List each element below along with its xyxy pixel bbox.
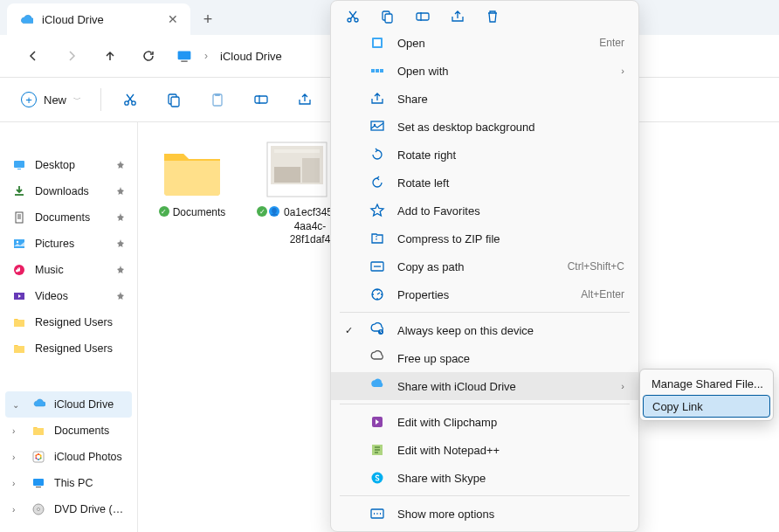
rename-button[interactable] xyxy=(243,83,279,116)
sidebar-item-videos[interactable]: Videos xyxy=(5,283,132,309)
expand-icon[interactable]: › xyxy=(12,426,23,436)
delete-icon[interactable] xyxy=(485,9,500,24)
check-icon: ✓ xyxy=(345,325,357,336)
ctx-label: Rotate right xyxy=(397,149,624,162)
ctx-always-keep-on-this-device[interactable]: ✓Always keep on this device xyxy=(331,316,638,344)
sidebar-item-downloads[interactable]: Downloads xyxy=(5,178,132,204)
breadcrumb[interactable]: › iCloud Drive xyxy=(176,49,282,63)
sidebar-label: Resigned Users xyxy=(35,316,125,328)
separator xyxy=(340,404,630,404)
ctx-share[interactable]: ✓Share xyxy=(331,85,638,113)
ctx-compress-to-zip-file[interactable]: ✓Compress to ZIP file xyxy=(331,225,638,252)
ctx-properties[interactable]: ✓PropertiesAlt+Enter xyxy=(331,280,638,308)
ctx-hint: Alt+Enter xyxy=(581,288,624,301)
expand-icon[interactable]: › xyxy=(12,505,23,515)
file-item[interactable]: ✓Documents xyxy=(152,138,232,247)
ctx-show-more-options[interactable]: ✓Show more options xyxy=(331,500,638,528)
paste-button[interactable] xyxy=(199,83,236,116)
sidebar-item-pictures[interactable]: Pictures xyxy=(5,231,132,257)
tree-item-this-pc[interactable]: ›This PC xyxy=(5,470,132,496)
submenu-manage-shared-file-[interactable]: Manage Shared File... xyxy=(643,372,770,395)
videos-icon xyxy=(12,289,26,303)
up-button[interactable] xyxy=(93,38,128,73)
copy-button[interactable] xyxy=(155,83,192,116)
file-item[interactable]: ✓👤0a1ecf345-4aa4c-28f1daf4 xyxy=(257,138,337,247)
ctx-edit-with-clipchamp[interactable]: ✓Edit with Clipchamp xyxy=(331,408,638,436)
cut-button[interactable] xyxy=(112,83,148,116)
ctx-open[interactable]: ✓OpenEnter xyxy=(331,29,638,57)
svg-point-31 xyxy=(348,18,351,22)
ctx-add-to-favorites[interactable]: ✓Add to Favorites xyxy=(331,197,638,225)
sidebar-item-resigned-users[interactable]: Resigned Users xyxy=(5,309,132,335)
share-button[interactable] xyxy=(286,83,323,116)
file-name: Documents xyxy=(173,206,226,220)
rename-icon[interactable] xyxy=(415,9,431,24)
folder-icon xyxy=(12,342,26,356)
iclphotos-icon xyxy=(31,450,45,464)
file-badges: ✓👤 xyxy=(257,206,279,217)
bg-icon xyxy=(369,119,385,135)
sidebar-item-documents[interactable]: Documents xyxy=(5,204,132,231)
ctx-hint: Ctrl+Shift+C xyxy=(568,260,624,273)
sidebar-label: Downloads xyxy=(35,185,107,197)
svg-rect-30 xyxy=(274,149,320,153)
monitor-icon xyxy=(176,49,192,63)
back-button[interactable] xyxy=(16,38,51,73)
file-thumbnail xyxy=(262,138,332,201)
refresh-button[interactable] xyxy=(131,38,166,73)
rotl-icon xyxy=(369,175,385,190)
prop-icon xyxy=(369,287,385,302)
ctx-copy-as-path[interactable]: ✓Copy as pathCtrl+Shift+C xyxy=(331,252,638,280)
zip-icon xyxy=(369,231,385,246)
cloud-icon xyxy=(19,12,33,26)
pin-icon xyxy=(116,187,125,196)
tab-active[interactable]: iCloud Drive ✕ xyxy=(7,3,190,35)
ctx-label: Copy as path xyxy=(397,260,555,273)
tree-item-icloud-drive[interactable]: ⌄iCloud Drive xyxy=(5,391,132,418)
forward-button[interactable] xyxy=(54,38,89,73)
new-tab-button[interactable]: + xyxy=(190,3,225,35)
svg-point-32 xyxy=(355,18,358,22)
sidebar: DesktopDownloadsDocumentsPicturesMusicVi… xyxy=(0,122,138,532)
svg-rect-34 xyxy=(385,14,392,23)
plus-icon: + xyxy=(21,92,37,107)
sidebar-item-music[interactable]: Music xyxy=(5,257,132,283)
sidebar-item-desktop[interactable]: Desktop xyxy=(5,152,132,178)
separator xyxy=(100,88,101,111)
tree-item-icloud-photos[interactable]: ›iCloud Photos xyxy=(5,444,132,470)
expand-icon[interactable]: ⌄ xyxy=(12,400,23,410)
ctx-rotate-left[interactable]: ✓Rotate left xyxy=(331,169,638,197)
ctx-free-up-space[interactable]: ✓Free up space xyxy=(331,344,638,372)
more-icon xyxy=(369,506,385,522)
open-icon xyxy=(369,35,385,51)
ctx-share-with-icloud-drive[interactable]: ✓Share with iCloud Drive› xyxy=(331,372,638,400)
new-button[interactable]: + New ﹀ xyxy=(12,87,90,112)
skype-icon xyxy=(369,470,385,486)
expand-icon[interactable]: › xyxy=(12,453,23,462)
keep-icon xyxy=(369,322,385,338)
rotr-icon xyxy=(369,147,385,162)
expand-icon[interactable]: › xyxy=(12,479,23,488)
ctx-open-with[interactable]: ✓Open with› xyxy=(331,57,638,85)
close-tab-icon[interactable]: ✕ xyxy=(168,12,178,26)
tree-item-dvd-drive-(f:)[interactable]: ›DVD Drive (F:) xyxy=(5,496,132,522)
tree-item-documents[interactable]: ›Documents xyxy=(5,418,132,444)
submenu-copy-link[interactable]: Copy Link xyxy=(643,395,770,418)
tree-label: iCloud Photos xyxy=(54,451,125,463)
sidebar-label: Pictures xyxy=(35,238,107,250)
shareicl-icon xyxy=(369,378,385,394)
pin-icon xyxy=(116,266,125,274)
tree-label: DVD Drive (F:) xyxy=(54,503,125,515)
tree-label: iCloud Drive xyxy=(54,398,125,411)
ctx-edit-with-notepad-[interactable]: ✓Edit with Notepad++ xyxy=(331,436,638,464)
svg-rect-35 xyxy=(417,13,429,20)
cut-icon[interactable] xyxy=(345,9,361,24)
sidebar-item-resigned-users[interactable]: Resigned Users xyxy=(5,335,132,362)
ctx-hint: Enter xyxy=(599,37,624,49)
ctx-share-with-skype[interactable]: ✓Share with Skype xyxy=(331,464,638,492)
ctx-rotate-right[interactable]: ✓Rotate right xyxy=(331,141,638,169)
ctx-set-as-desktop-background[interactable]: ✓Set as desktop background xyxy=(331,113,638,141)
share-quick-icon[interactable] xyxy=(450,9,465,24)
copy-icon[interactable] xyxy=(380,9,396,24)
ctx-label: Set as desktop background xyxy=(397,121,624,134)
